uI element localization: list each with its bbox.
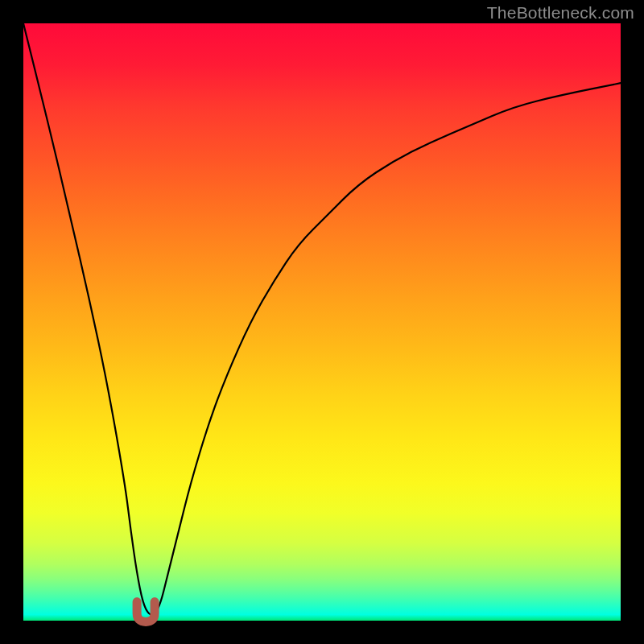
chart-plot-area	[23, 23, 621, 621]
chart-frame: TheBottleneck.com	[0, 0, 644, 644]
watermark-label: TheBottleneck.com	[487, 3, 634, 23]
optimal-point-marker	[23, 23, 621, 621]
